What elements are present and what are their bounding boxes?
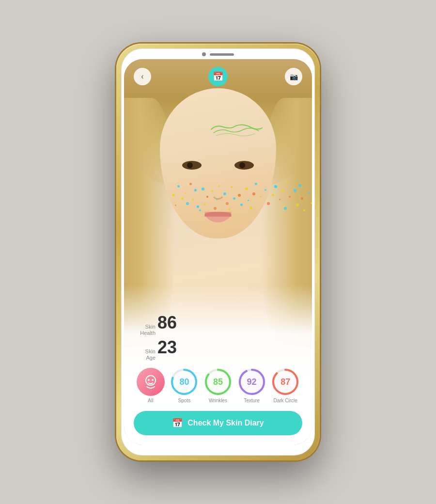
dots-container <box>148 175 288 243</box>
skin-dot <box>260 196 261 197</box>
category-circle-dark_circle: 87 <box>271 368 299 396</box>
skin-dot <box>267 202 270 205</box>
skin-dot <box>211 190 213 192</box>
skin-dot <box>204 204 206 205</box>
all-circle <box>137 368 165 396</box>
skin-dot <box>194 189 197 191</box>
skin-scores: Skin Health 86 Skin Age 23 <box>134 314 302 361</box>
skin-dot <box>216 199 218 200</box>
svg-point-2 <box>152 379 154 381</box>
health-score-row: Skin Health 86 <box>134 314 302 336</box>
skin-dot <box>231 186 233 188</box>
skin-dot <box>199 209 201 211</box>
skin-dot <box>284 207 287 210</box>
health-value: 86 <box>157 314 177 331</box>
cta-button[interactable]: 📅 Check My Skin Diary <box>134 411 302 435</box>
skin-dot <box>189 183 192 185</box>
categories-row: All 80 Spots 85 Wr <box>134 368 302 403</box>
category-circle-texture: 92 <box>238 368 266 396</box>
skin-dot <box>223 192 226 195</box>
category-circle-spots: 80 <box>170 368 198 396</box>
back-button[interactable]: ‹ <box>134 68 151 85</box>
skin-dot <box>228 208 230 210</box>
skin-dot <box>265 189 266 191</box>
calendar-button[interactable]: 📅 <box>208 67 228 86</box>
skin-dot <box>197 205 199 208</box>
age-label: Skin Age <box>134 348 156 361</box>
skin-dot <box>172 194 175 196</box>
skin-dot <box>250 207 252 209</box>
skin-dot <box>301 197 303 200</box>
category-label-dark_circle: Dark Circle <box>273 398 297 403</box>
phone-inner: ‹ 📅 📷 Skin Health 86 Ski <box>121 48 315 456</box>
category-label-spots: Spots <box>178 398 191 403</box>
skin-dot <box>238 194 241 197</box>
ar-lines <box>206 117 265 137</box>
health-label: Skin Health <box>134 324 156 336</box>
phone-wrapper: ‹ 📅 📷 Skin Health 86 Ski <box>116 44 320 460</box>
age-value: 23 <box>157 339 177 356</box>
skin-dot <box>185 192 186 194</box>
skin-dot <box>233 197 235 200</box>
skin-dot <box>245 188 248 190</box>
skin-dot <box>296 204 299 206</box>
skin-dot <box>192 199 194 201</box>
skin-dot <box>281 190 284 192</box>
phone-screen: ‹ 📅 📷 Skin Health 86 Ski <box>124 59 312 445</box>
camera-dot <box>202 52 206 56</box>
category-label-texture: Texture <box>244 398 260 403</box>
category-item-wrinkles[interactable]: 85 Wrinkles <box>204 368 232 403</box>
category-value-texture: 92 <box>247 377 257 387</box>
category-item-texture[interactable]: 92 Texture <box>238 368 266 403</box>
skin-dot <box>226 202 229 205</box>
category-item-spots[interactable]: 80 Spots <box>170 368 198 403</box>
skin-dot <box>175 205 176 206</box>
calendar-icon: 📅 <box>213 71 223 82</box>
eye-left <box>182 161 202 170</box>
category-value-wrinkles: 85 <box>213 377 223 387</box>
phone-top-bar <box>202 52 234 56</box>
category-value-spots: 80 <box>179 377 189 387</box>
category-item-all[interactable]: All <box>137 368 165 403</box>
skin-dot <box>240 204 243 206</box>
skin-dot <box>252 192 255 195</box>
camera-button[interactable]: 📷 <box>285 68 302 85</box>
category-item-dark_circle[interactable]: 87 Dark Circle <box>271 368 299 403</box>
top-nav: ‹ 📅 📷 <box>124 67 312 86</box>
category-circle-wrinkles: 85 <box>204 368 232 396</box>
skin-dot <box>206 196 208 198</box>
category-label-all: All <box>148 398 153 403</box>
speaker-grille <box>210 53 234 56</box>
cta-label: Check My Skin Diary <box>187 419 264 427</box>
skin-dot <box>298 184 301 187</box>
skin-dot <box>311 202 312 204</box>
skin-dot <box>272 194 274 196</box>
skin-dot <box>279 199 280 200</box>
skin-dot <box>181 197 184 200</box>
camera-icon: 📷 <box>290 73 298 80</box>
category-value-dark_circle: 87 <box>280 377 290 387</box>
skin-dot <box>214 207 217 210</box>
skin-dot <box>177 185 180 188</box>
eye-right <box>234 161 254 170</box>
age-score-row: Skin Age 23 <box>134 339 302 361</box>
stats-overlay: Skin Health 86 Skin Age 23 <box>124 285 312 445</box>
skin-dot <box>274 185 277 188</box>
svg-point-1 <box>148 379 150 381</box>
skin-dot <box>186 202 189 205</box>
skin-dot <box>286 181 288 183</box>
category-label-wrinkles: Wrinkles <box>209 398 227 403</box>
skin-dot <box>294 189 296 192</box>
skin-dot <box>248 200 249 201</box>
skin-dot <box>202 188 204 190</box>
skin-dot <box>218 185 220 187</box>
skin-dot <box>255 183 257 185</box>
back-icon: ‹ <box>141 72 143 81</box>
cta-icon: 📅 <box>172 418 183 428</box>
